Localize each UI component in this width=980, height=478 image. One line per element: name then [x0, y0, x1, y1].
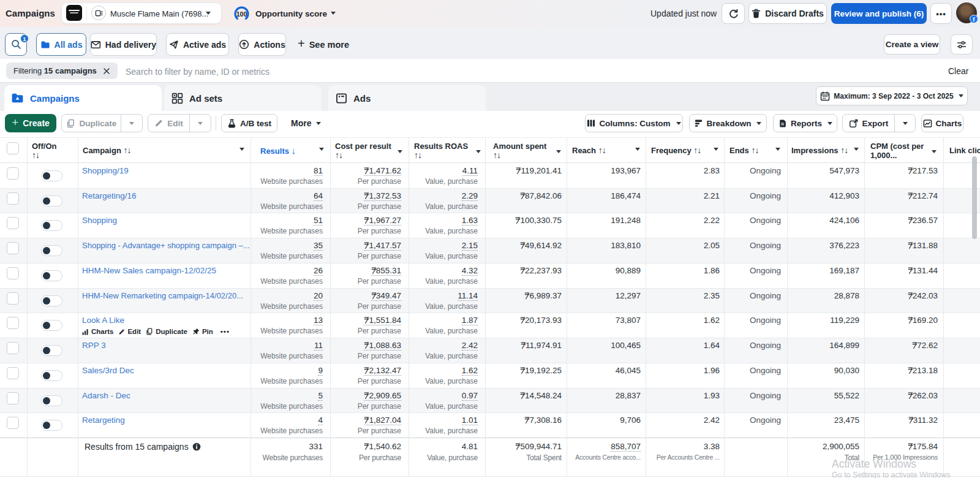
svg-text:100: 100	[236, 10, 247, 18]
